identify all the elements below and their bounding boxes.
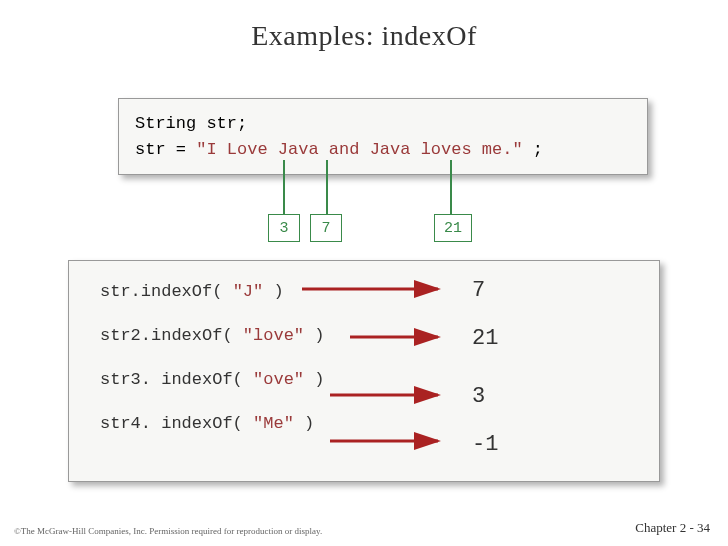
index-line-7 (326, 160, 328, 214)
arrow-2 (300, 328, 450, 346)
index-label-7: 7 (310, 214, 342, 242)
copyright: ©The McGraw-Hill Companies, Inc. Permiss… (14, 526, 322, 536)
arrow-3 (300, 386, 450, 404)
index-line-3 (283, 160, 285, 214)
result-4: -1 (472, 432, 498, 457)
decl-line-2: str = "I Love Java and Java loves me." ; (135, 137, 631, 163)
page-number: Chapter 2 - 34 (635, 520, 710, 536)
arrow-1 (300, 280, 450, 298)
result-1: 7 (472, 278, 485, 303)
decl-line-1: String str; (135, 111, 631, 137)
call-row-3: str3. indexOf( "ove" ) (100, 370, 324, 389)
result-2: 21 (472, 326, 498, 351)
result-3: 3 (472, 384, 485, 409)
index-label-21: 21 (434, 214, 472, 242)
call-row-4: str4. indexOf( "Me" ) (100, 414, 314, 433)
string-literal: "I Love Java and Java loves me." (196, 140, 522, 159)
call-row-2: str2.indexOf( "love" ) (100, 326, 324, 345)
declaration-box: String str; str = "I Love Java and Java … (118, 98, 648, 175)
index-line-21 (450, 160, 452, 214)
call-row-1: str.indexOf( "J" ) (100, 282, 284, 301)
slide-title: Examples: indexOf (0, 0, 728, 52)
arrow-4 (300, 432, 450, 450)
index-label-3: 3 (268, 214, 300, 242)
